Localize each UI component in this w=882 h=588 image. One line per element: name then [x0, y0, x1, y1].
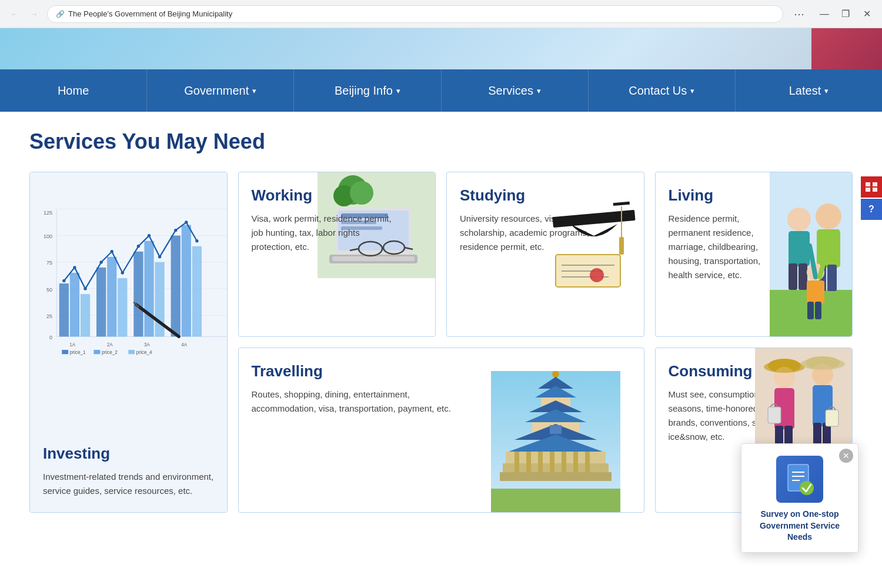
- svg-rect-110: [514, 452, 519, 472]
- svg-text:3A: 3A: [144, 342, 151, 348]
- taskbar-help-icon[interactable]: ?: [861, 199, 882, 220]
- nav-latest[interactable]: Latest ▾: [736, 69, 882, 112]
- browser-menu-button[interactable]: ⋯: [789, 5, 810, 23]
- back-button[interactable]: ←: [7, 7, 21, 21]
- svg-rect-97: [807, 302, 814, 319]
- svg-rect-8: [70, 273, 79, 336]
- svg-rect-109: [500, 472, 612, 481]
- svg-rect-114: [562, 452, 566, 472]
- nav-services[interactable]: Services ▾: [442, 69, 589, 112]
- svg-rect-17: [182, 225, 191, 337]
- survey-popup-text[interactable]: Survey on One-stop Government Service Ne…: [741, 509, 858, 530]
- svg-text:75: 75: [46, 260, 52, 266]
- svg-text:50: 50: [46, 287, 52, 293]
- svg-point-82: [592, 270, 602, 280]
- svg-rect-141: [866, 188, 870, 192]
- svg-rect-9: [81, 294, 90, 336]
- svg-rect-107: [506, 452, 606, 463]
- svg-point-91: [816, 203, 841, 229]
- survey-popup-close-button[interactable]: ✕: [839, 449, 853, 463]
- svg-rect-7: [59, 283, 69, 336]
- restore-button[interactable]: ❐: [837, 6, 854, 22]
- svg-point-130: [800, 358, 845, 370]
- forward-button[interactable]: →: [27, 7, 41, 21]
- svg-point-30: [73, 266, 76, 269]
- cards-grid: 50 80 100 70 100 75 100 125 100 135: [29, 172, 853, 513]
- nav-government-chevron: ▾: [252, 86, 256, 95]
- working-title: Working: [252, 186, 423, 205]
- svg-text:price_4: price_4: [136, 350, 152, 355]
- svg-rect-10: [96, 268, 106, 337]
- svg-point-39: [185, 220, 188, 223]
- svg-point-124: [764, 361, 805, 373]
- svg-rect-117: [550, 425, 562, 434]
- svg-point-33: [111, 250, 113, 253]
- svg-point-31: [83, 287, 86, 290]
- svg-text:125: 125: [44, 210, 52, 216]
- svg-point-34: [121, 271, 124, 274]
- hero-banner: [0, 28, 882, 69]
- svg-rect-139: [866, 182, 870, 186]
- svg-point-32: [99, 260, 102, 263]
- survey-popup: ✕ Survey on One-stop Government Service …: [741, 443, 858, 530]
- close-button[interactable]: ✕: [858, 6, 875, 22]
- navigation-bar: Home Government ▾ Beijing Info ▾ Service…: [0, 69, 882, 112]
- travelling-image: [491, 371, 620, 512]
- svg-point-87: [787, 208, 811, 231]
- taskbar-red-icon[interactable]: [861, 176, 882, 198]
- svg-rect-11: [107, 257, 116, 337]
- minimize-button[interactable]: —: [816, 6, 833, 22]
- svg-point-37: [158, 255, 161, 258]
- nav-home-label: Home: [58, 84, 89, 98]
- svg-rect-131: [768, 407, 781, 423]
- nav-home[interactable]: Home: [0, 69, 147, 112]
- svg-rect-57: [128, 350, 135, 354]
- nav-contact-us[interactable]: Contact Us ▾: [589, 69, 736, 112]
- living-card[interactable]: Living Residence permit, permanent resid…: [655, 172, 853, 337]
- svg-rect-90: [799, 263, 807, 290]
- nav-contact-us-chevron: ▾: [690, 86, 694, 95]
- nav-beijing-info-label: Beijing Info: [335, 84, 393, 98]
- svg-rect-116: [585, 452, 590, 472]
- svg-rect-14: [144, 241, 153, 337]
- svg-rect-75: [552, 210, 635, 228]
- nav-services-chevron: ▾: [537, 86, 541, 95]
- address-bar[interactable]: 🔗 The People's Government of Beijing Mun…: [47, 5, 783, 23]
- svg-rect-96: [807, 280, 824, 304]
- svg-rect-76: [613, 202, 629, 206]
- travelling-card[interactable]: Travelling Routes, shopping, dining, ent…: [238, 348, 644, 513]
- lock-icon: 🔗: [56, 10, 65, 18]
- investing-chart-svg: 50 80 100 70 100 75 100 125 100 135: [30, 184, 227, 372]
- nav-latest-chevron: ▾: [824, 86, 828, 95]
- svg-text:4A: 4A: [181, 342, 188, 348]
- svg-rect-140: [873, 182, 877, 186]
- investing-content: Investing Investment-related trends and …: [43, 445, 214, 498]
- svg-point-38: [174, 229, 177, 232]
- svg-point-29: [62, 279, 65, 282]
- svg-rect-113: [550, 452, 554, 472]
- nav-beijing-info[interactable]: Beijing Info ▾: [294, 69, 441, 112]
- nav-beijing-info-chevron: ▾: [396, 86, 400, 95]
- investing-desc: Investment-related trends and environmen…: [43, 470, 214, 498]
- svg-rect-55: [93, 350, 100, 354]
- svg-rect-18: [192, 246, 202, 337]
- svg-rect-115: [573, 452, 578, 472]
- svg-text:1A: 1A: [69, 342, 76, 348]
- svg-rect-84: [619, 237, 624, 255]
- svg-rect-111: [526, 452, 531, 472]
- nav-government[interactable]: Government ▾: [147, 69, 294, 112]
- svg-point-36: [148, 234, 151, 237]
- working-card[interactable]: Working Visa, work permit, residence per…: [238, 172, 436, 337]
- svg-rect-53: [62, 350, 68, 354]
- studying-image: [544, 172, 644, 290]
- svg-rect-16: [171, 236, 181, 337]
- window-controls: — ❐ ✕: [816, 6, 875, 22]
- svg-point-40: [195, 239, 198, 242]
- section-title: Services You May Need: [29, 129, 853, 154]
- nav-latest-label: Latest: [789, 84, 821, 98]
- svg-text:2A: 2A: [107, 342, 113, 348]
- investing-card[interactable]: 50 80 100 70 100 75 100 125 100 135: [29, 172, 228, 513]
- studying-card[interactable]: Studying University resources, visa, sch…: [446, 172, 644, 337]
- svg-text:25: 25: [46, 313, 52, 319]
- svg-point-138: [800, 481, 814, 495]
